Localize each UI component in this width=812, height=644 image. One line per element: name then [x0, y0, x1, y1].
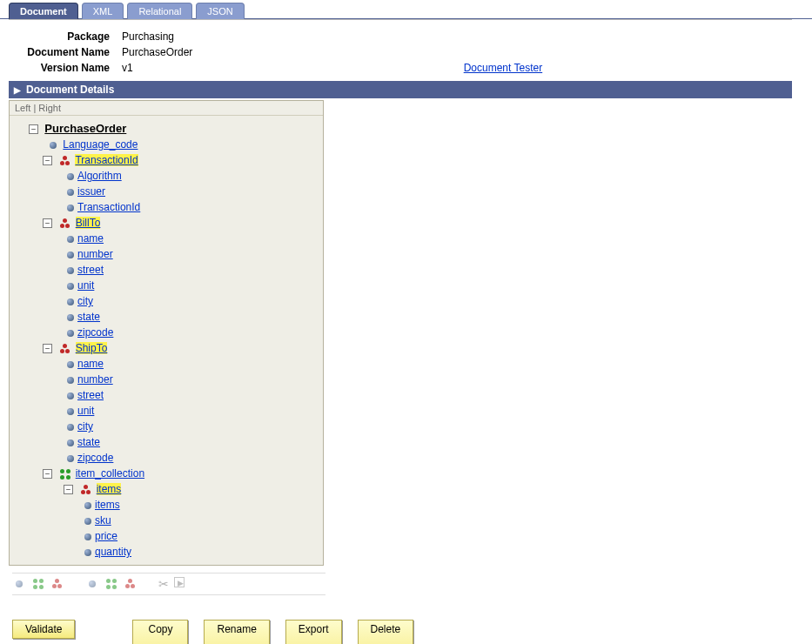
add-collection-icon[interactable] — [33, 579, 44, 589]
primitive-icon — [65, 312, 76, 323]
tree-item-zipcode[interactable]: zipcode — [77, 326, 113, 339]
tree-item-transactionid[interactable]: TransactionId — [75, 154, 138, 166]
tree-item-item-collection[interactable]: item_collection — [76, 467, 144, 480]
tree-root[interactable]: PurchaseOrder — [44, 122, 126, 135]
section-document-details[interactable]: ▶Document Details — [9, 81, 792, 98]
tree-item-algorithm[interactable]: Algorithm — [77, 170, 122, 182]
rename-button[interactable]: Rename — [204, 620, 269, 644]
tree-item-name[interactable]: name — [77, 358, 104, 370]
primitive-icon — [83, 516, 93, 527]
add-compound-child-icon[interactable] — [125, 579, 136, 589]
primitive-icon — [65, 187, 76, 198]
paste-icon[interactable]: ▶ — [174, 577, 185, 587]
expander-icon[interactable]: − — [43, 218, 52, 228]
tree-item-name[interactable]: name — [77, 232, 104, 245]
primitive-icon — [83, 532, 93, 542]
expander-icon[interactable]: − — [29, 124, 38, 134]
header-form: Package Purchasing Document Name Purchas… — [0, 29, 812, 76]
tree-item-issuer[interactable]: issuer — [77, 185, 105, 198]
tree-item-street[interactable]: street — [77, 264, 104, 276]
primitive-icon — [65, 250, 76, 260]
export-button[interactable]: Export — [285, 620, 342, 644]
version-name-value: v1 — [122, 62, 133, 74]
tree-item-zipcode[interactable]: zipcode — [77, 452, 113, 464]
primitive-icon — [65, 328, 76, 339]
tree-item-shipto[interactable]: ShipTo — [76, 342, 108, 354]
primitive-icon — [65, 234, 76, 245]
primitive-icon — [83, 500, 93, 511]
tab-xml[interactable]: XML — [82, 3, 124, 19]
document-tester-link[interactable]: Document Tester — [464, 62, 543, 74]
compound-icon — [60, 156, 70, 166]
package-value: Purchasing — [122, 30, 174, 43]
compound-icon — [60, 344, 70, 354]
compound-icon — [60, 218, 70, 229]
package-label: Package — [0, 30, 122, 43]
primitive-icon — [65, 359, 76, 370]
document-name-value: PurchaseOrder — [122, 46, 192, 58]
expander-icon[interactable]: − — [43, 469, 52, 479]
expander-icon[interactable]: − — [43, 344, 52, 353]
copy-button[interactable]: Copy — [132, 620, 188, 644]
primitive-icon — [65, 406, 76, 417]
tree-item-billto[interactable]: BillTo — [76, 217, 101, 229]
tab-relational[interactable]: Relational — [127, 3, 192, 19]
tab-document[interactable]: Document — [9, 3, 78, 19]
validate-button[interactable]: Validate — [12, 620, 75, 639]
primitive-icon — [65, 203, 76, 213]
primitive-icon — [65, 171, 76, 182]
add-primitive-icon[interactable] — [14, 579, 24, 589]
tab-strip: Document XML Relational JSON — [0, 0, 812, 19]
section-expand-icon: ▶ — [14, 85, 21, 95]
primitive-icon — [83, 547, 93, 558]
primitive-icon — [48, 140, 58, 151]
tree-item-city[interactable]: city — [77, 420, 93, 433]
add-compound-icon[interactable] — [52, 579, 63, 589]
tree-item-number[interactable]: number — [77, 373, 113, 386]
delete-button[interactable]: Delete — [358, 620, 414, 644]
tree-header: Left | Right — [10, 101, 323, 116]
tree-item-unit[interactable]: unit — [77, 405, 94, 417]
cut-icon[interactable]: ✂ — [158, 577, 169, 591]
tree-item-quantity[interactable]: quantity — [95, 546, 131, 558]
primitive-icon — [65, 453, 76, 464]
tree-item-number[interactable]: number — [77, 248, 113, 260]
tree-item-transactionid-inner[interactable]: TransactionId — [77, 201, 140, 213]
primitive-icon — [65, 281, 76, 292]
tree-panel: Left | Right − PurchaseOrder Language_co… — [9, 100, 324, 566]
tree-item-street[interactable]: street — [77, 389, 104, 401]
primitive-icon — [65, 375, 76, 386]
tree-item-price[interactable]: price — [95, 530, 117, 542]
document-name-label: Document Name — [0, 46, 122, 58]
primitive-icon — [65, 297, 76, 307]
expander-icon[interactable]: − — [64, 485, 73, 494]
tree-toolbar: ✂ ▶ — [12, 573, 325, 595]
expander-icon[interactable]: − — [43, 156, 52, 165]
tree-item-language-code[interactable]: Language_code — [63, 138, 138, 151]
compound-icon — [81, 485, 91, 495]
tree-item-city[interactable]: city — [77, 295, 93, 307]
tree-item-items[interactable]: items — [97, 483, 122, 495]
version-name-label: Version Name — [0, 62, 122, 74]
primitive-icon — [65, 265, 76, 276]
add-collection-child-icon[interactable] — [106, 579, 117, 589]
tree-item-state[interactable]: state — [77, 436, 100, 448]
collection-icon — [60, 469, 70, 480]
tab-json[interactable]: JSON — [196, 3, 244, 19]
tree-item-state[interactable]: state — [77, 311, 100, 323]
primitive-icon — [65, 438, 76, 448]
tree-item-items-inner[interactable]: items — [95, 499, 120, 511]
add-primitive-child-icon[interactable] — [87, 579, 97, 589]
tree-item-sku[interactable]: sku — [95, 514, 111, 527]
tree-item-unit[interactable]: unit — [77, 279, 94, 292]
section-title: Document Details — [26, 84, 114, 96]
primitive-icon — [65, 391, 76, 401]
primitive-icon — [65, 422, 76, 433]
